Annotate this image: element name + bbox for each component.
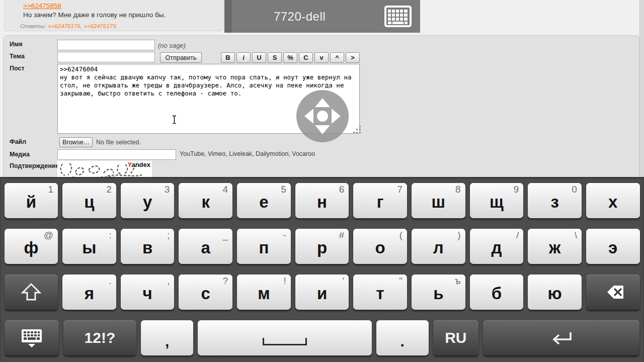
format-button-u[interactable]: U — [252, 52, 266, 63]
key-ч[interactable]: ч, — [121, 275, 175, 310]
key-label: д — [491, 239, 502, 256]
keyboard-icon[interactable] — [384, 6, 412, 29]
key-ц[interactable]: ц2 — [62, 183, 116, 218]
captcha-label: Подтверждение — [10, 162, 59, 169]
hide-keyboard-key[interactable] — [5, 320, 59, 355]
key-у[interactable]: у3 — [121, 183, 175, 218]
key-label: ш — [432, 194, 446, 210]
key-label: RU — [445, 330, 466, 345]
format-button-c[interactable]: C — [299, 52, 313, 63]
key-label: ч — [143, 285, 152, 302]
key-label: ф — [24, 239, 38, 256]
quoted-post-text: Но зачем? Мне даже в голову не пришло бы… — [23, 11, 166, 19]
key-т[interactable]: т" — [353, 275, 407, 310]
replies-line: Ответы: >>62476176, >>62476179 — [20, 23, 116, 29]
key-х[interactable]: х — [586, 183, 640, 218]
replies-label: Ответы: — [20, 23, 48, 29]
key-label: н — [317, 194, 327, 210]
key-ш[interactable]: ш8 — [412, 183, 465, 218]
key-alt-hint: ) — [457, 230, 460, 241]
key-ф[interactable]: ф@ — [5, 229, 58, 264]
period-key[interactable]: . — [376, 320, 429, 355]
comma-key[interactable]: , — [141, 320, 193, 355]
key-alt-hint: , — [167, 276, 170, 287]
key-label: б — [492, 285, 502, 302]
key-к[interactable]: к4 — [179, 183, 232, 218]
space-key[interactable] — [198, 320, 371, 355]
app-header-bar[interactable]: 7720-dell — [224, 0, 420, 33]
format-button-sym[interactable]: > — [346, 52, 360, 63]
key-alt-hint: : — [109, 230, 112, 241]
keyboard-row-2: ф@ы:в;а_п-р#о(л)д/ж\э — [2, 229, 642, 264]
format-button-sym[interactable]: ^ — [330, 52, 344, 63]
key-и[interactable]: и' — [295, 275, 349, 310]
key-alt-hint: 1 — [48, 185, 54, 195]
key-alt-hint: . — [109, 276, 112, 287]
key-label: т — [376, 285, 384, 302]
symbols-key[interactable]: 12!? — [63, 320, 136, 355]
key-alt-hint: / — [516, 230, 519, 241]
key-ю[interactable]: ю — [528, 275, 582, 310]
scrollbar-track[interactable] — [639, 0, 644, 177]
key-alt-hint: - — [283, 230, 286, 241]
key-д[interactable]: д/ — [470, 229, 524, 264]
key-ж[interactable]: ж\ — [528, 229, 582, 264]
media-input[interactable] — [57, 149, 176, 160]
format-button-sym[interactable]: % — [283, 52, 297, 63]
key-н[interactable]: н6 — [295, 183, 349, 218]
key-alt-hint: ' — [343, 276, 345, 287]
key-alt-hint: \ — [575, 230, 577, 241]
key-й[interactable]: й1 — [5, 183, 58, 218]
key-label: 12!? — [85, 330, 116, 345]
key-з[interactable]: з0 — [528, 183, 582, 218]
submit-button[interactable]: Отправить — [160, 52, 202, 63]
name-label: Имя — [10, 41, 23, 48]
key-я[interactable]: я. — [62, 275, 116, 310]
format-button-b[interactable]: B — [221, 52, 235, 63]
key-г[interactable]: г7 — [353, 183, 407, 218]
key-щ[interactable]: щ9 — [470, 183, 524, 218]
key-б[interactable]: б — [470, 275, 524, 310]
key-л[interactable]: л) — [412, 229, 465, 264]
textarea-resize-handle[interactable] — [353, 125, 362, 136]
key-ь[interactable]: ьъ — [412, 275, 465, 310]
key-label: , — [165, 334, 169, 349]
key-label: у — [143, 194, 152, 210]
key-label: р — [317, 239, 327, 256]
key-label: л — [433, 239, 444, 256]
scroll-dpad-overlay[interactable] — [296, 90, 349, 144]
key-alt-hint: ; — [167, 230, 170, 241]
key-label: й — [26, 194, 36, 210]
key-label: щ — [490, 194, 504, 210]
key-alt-hint: 5 — [281, 185, 286, 195]
key-е[interactable]: е5 — [237, 183, 291, 218]
format-button-v[interactable]: v — [314, 52, 329, 63]
key-а[interactable]: а_ — [179, 229, 232, 264]
reply-link-1[interactable]: >>62476176 — [48, 23, 80, 29]
reply-link-2[interactable]: >>62476179 — [84, 23, 116, 29]
format-button-s[interactable]: S — [268, 52, 282, 63]
subject-input[interactable] — [57, 52, 155, 62]
key-label: о — [375, 239, 385, 256]
key-р[interactable]: р# — [295, 229, 349, 264]
key-м[interactable]: м! — [237, 275, 291, 310]
enter-key[interactable] — [483, 320, 640, 355]
post-label: Пост — [10, 65, 25, 72]
media-services-hint: YouTube, Vimeo, Liveleak, Dailymotion, V… — [180, 150, 315, 157]
lang-key[interactable]: RU — [433, 320, 478, 355]
key-о[interactable]: о( — [353, 229, 407, 264]
name-input[interactable] — [57, 40, 155, 50]
key-э[interactable]: э — [586, 229, 640, 264]
backspace-key[interactable] — [586, 275, 640, 310]
key-ы[interactable]: ы: — [62, 229, 116, 264]
key-п[interactable]: п- — [237, 229, 291, 264]
key-label: м — [258, 285, 270, 302]
keyboard-row-4: 12!?,.RU — [2, 320, 642, 355]
browse-button[interactable]: Browse… — [59, 137, 93, 147]
shift-key[interactable] — [5, 275, 58, 310]
key-с[interactable]: с? — [179, 275, 232, 310]
key-в[interactable]: в; — [121, 229, 175, 264]
post-number-link[interactable]: >>62475958 — [23, 2, 61, 10]
captcha-image[interactable]: Yandex — [57, 161, 152, 177]
format-button-i[interactable]: i — [236, 52, 251, 63]
